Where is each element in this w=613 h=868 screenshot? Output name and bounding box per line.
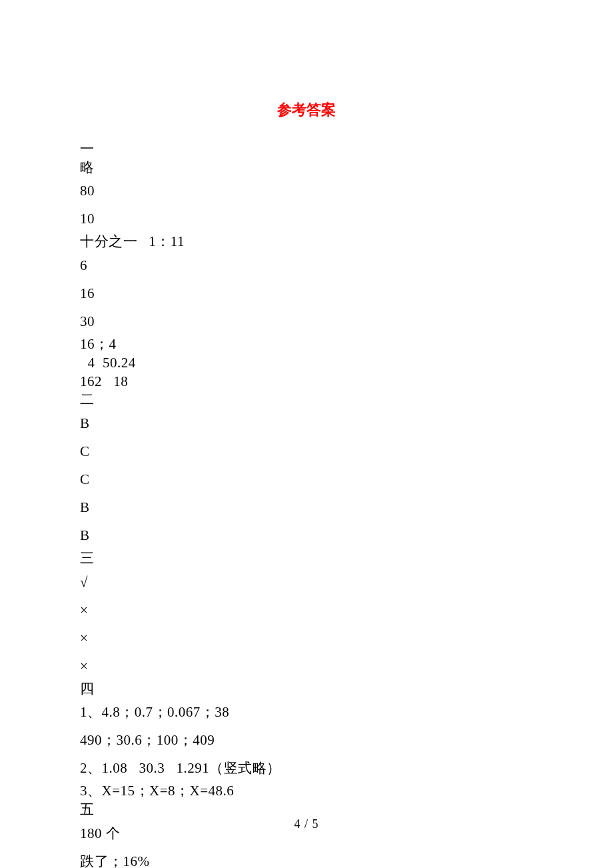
answer-line: 四	[80, 680, 533, 699]
answer-line: 16	[80, 279, 533, 307]
answer-line: 16；4	[80, 335, 533, 354]
answer-line: 三	[80, 549, 533, 568]
answer-line: 五	[80, 801, 533, 819]
answer-line: √	[80, 568, 533, 596]
answer-line: 一	[80, 140, 533, 159]
answer-line: ×	[80, 652, 533, 680]
answer-line: 30	[80, 307, 533, 335]
answer-line: 4 50.24	[80, 354, 533, 373]
answer-line: B	[80, 521, 533, 549]
answer-line: 490；30.6；100；409	[80, 726, 533, 754]
answer-line: 1、4.8；0.7；0.067；38	[80, 698, 533, 726]
answer-line: ×	[80, 596, 533, 624]
answer-line: 跌了；16%	[80, 847, 533, 868]
answer-line: 略	[80, 159, 533, 177]
answer-line: ×	[80, 624, 533, 652]
page-title: 参考答案	[80, 100, 533, 120]
answer-line: 3、X=15；X=8；X=48.6	[80, 782, 533, 801]
answer-line: B	[80, 409, 533, 437]
answer-line: 二	[80, 391, 533, 409]
document-page: 参考答案 一略8010十分之一 1：116163016；4 4 50.24162…	[0, 0, 613, 868]
answer-line: B	[80, 493, 533, 521]
page-number: 4 / 5	[0, 817, 613, 831]
answer-line: 十分之一 1：11	[80, 233, 533, 251]
answer-line: 6	[80, 251, 533, 279]
answer-body: 一略8010十分之一 1：116163016；4 4 50.24162 18二B…	[80, 140, 533, 868]
answer-line: C	[80, 437, 533, 465]
answer-line: 162 18	[80, 373, 533, 391]
answer-line: C	[80, 465, 533, 493]
answer-line: 10	[80, 205, 533, 233]
answer-line: 80	[80, 177, 533, 205]
answer-line: 2、1.08 30.3 1.291（竖式略）	[80, 754, 533, 782]
